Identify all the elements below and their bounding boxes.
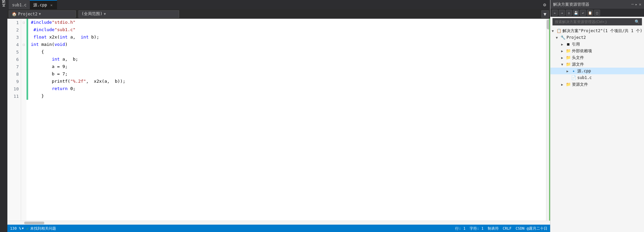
tree-source-cpp[interactable]: ▶ ✦ 源.cpp xyxy=(550,68,644,74)
source-cpp-arrow[interactable]: ▶ xyxy=(567,69,570,73)
code-ab-6: a, b; xyxy=(60,56,78,63)
solution-explorer-header-icons: ─ ▸ ✕ xyxy=(631,2,641,7)
green-column-indicator xyxy=(549,19,550,221)
editor-project-dropdown[interactable]: 🏠 Project2 ▼ xyxy=(9,10,76,18)
external-deps-label: 外部依赖项 xyxy=(572,48,592,54)
solution-explorer-search[interactable]: 🔍 xyxy=(552,18,642,25)
horizontal-scrollbar[interactable] xyxy=(7,221,550,225)
tab-close-button[interactable]: ✕ xyxy=(49,3,54,7)
tree-project[interactable]: ▼ 🔧 Project2 xyxy=(550,34,644,41)
code-int-3b: int xyxy=(81,33,89,41)
sidebar-tools[interactable]: 工具 xyxy=(1,8,7,11)
code-pp-2: #include xyxy=(34,26,55,33)
line-num-7: 7 xyxy=(7,63,21,70)
col-indicator: 字符: 1 xyxy=(470,226,484,231)
code-float-3: float xyxy=(34,33,47,41)
editor-scope-dropdown[interactable]: (全局范围) ▼ xyxy=(78,10,179,18)
auto-hide-icon[interactable]: ▸ xyxy=(635,2,638,7)
toolbar-save-btn[interactable]: 💾 xyxy=(573,10,579,16)
tree-headers[interactable]: ▶ 📁 头文件 xyxy=(550,54,644,61)
code-int-4: int xyxy=(31,41,39,48)
code-line-2[interactable]: #include"sub1.c" xyxy=(30,26,546,33)
row-indicator: 行: 1 xyxy=(455,226,466,231)
code-int-3a: int xyxy=(60,33,67,41)
tree-references[interactable]: ▶ ■ 引用 xyxy=(550,41,644,48)
tab-sub1c[interactable]: sub1.c xyxy=(9,0,30,9)
vertical-scrollbar[interactable] xyxy=(546,19,550,221)
fold-4[interactable]: □ xyxy=(21,41,26,48)
code-line-1[interactable]: #include"stdio.h" xyxy=(30,19,546,26)
code-int-6: int xyxy=(52,56,60,63)
tree-solution[interactable]: ▼ 📋 解决方案"Project2"(1 个项目/共 1 个) xyxy=(550,27,644,34)
line-num-6: 6 xyxy=(7,56,21,63)
toolbar-back-btn[interactable]: ← xyxy=(552,10,558,16)
tab-sub1c-label: sub1.c xyxy=(12,3,26,7)
code-indent-10 xyxy=(31,85,52,92)
references-label: 引用 xyxy=(572,42,580,47)
tab-settings-icon[interactable]: ⚙ xyxy=(541,2,549,7)
pin-icon[interactable]: ─ xyxy=(631,2,634,7)
status-bar: 130 % ▼ ✓ 未找到相关问题 行: 1 字符: 1 制表符 CRLF CS… xyxy=(7,225,550,232)
code-line-4[interactable]: int main(void) xyxy=(30,41,546,48)
solution-arrow[interactable]: ▼ xyxy=(552,29,555,33)
sidebar-resources[interactable]: 资源管理器 xyxy=(1,1,7,4)
status-left: 130 % ▼ xyxy=(10,226,24,231)
external-deps-arrow[interactable]: ▶ xyxy=(561,49,565,53)
editor-nav-right-arrow[interactable]: ▼ xyxy=(541,10,549,18)
code-content[interactable]: #include"stdio.h" #include"sub1.c" float… xyxy=(28,19,546,221)
h-scroll-thumb[interactable] xyxy=(24,222,44,224)
code-line-10[interactable]: return 0; xyxy=(30,85,546,92)
source-files-arrow[interactable]: ▼ xyxy=(561,63,565,66)
external-deps-icon: 📁 xyxy=(566,49,571,53)
status-zoom[interactable]: 130 % ▼ xyxy=(10,226,24,231)
toolbar-copy-btn[interactable]: 📋 xyxy=(587,10,593,16)
code-fn-3: x2x( xyxy=(47,33,60,41)
tab-indicator: 制表符 xyxy=(488,226,499,231)
source-files-label: 源文件 xyxy=(572,62,584,67)
toolbar-expand-btn[interactable]: □ xyxy=(594,10,600,16)
line-num-2: 2 xyxy=(7,26,21,33)
tree-source-files[interactable]: ▼ 📁 源文件 xyxy=(550,61,644,68)
fold-11 xyxy=(21,92,26,100)
project-dropdown-arrow[interactable]: ▼ xyxy=(39,12,41,16)
scope-name: (全局范围) xyxy=(82,11,102,17)
code-line-6[interactable]: int a, b; xyxy=(30,56,546,63)
nav-right-chevron: ▼ xyxy=(544,11,546,17)
zoom-dropdown-arrow[interactable]: ▼ xyxy=(22,227,23,230)
code-line-11[interactable]: } xyxy=(30,92,546,100)
status-right: 行: 1 字符: 1 制表符 CRLF CSDN @露月二十日 xyxy=(455,226,547,231)
tree-external-deps[interactable]: ▶ 📁 外部依赖项 xyxy=(550,48,644,54)
search-input[interactable] xyxy=(555,20,635,24)
toolbar-undo-btn[interactable]: ↩ xyxy=(580,10,586,16)
code-zero-10: 0; xyxy=(68,85,75,92)
toolbar-forward-btn[interactable]: → xyxy=(559,10,565,16)
tree-sub1c[interactable]: 📄 sub1.c xyxy=(550,74,644,81)
fold-1[interactable]: □ xyxy=(21,19,26,26)
solution-explorer-title: 解决方案资源管理器 xyxy=(553,2,589,7)
code-main-4: main( xyxy=(39,41,54,48)
tree-resource-files[interactable]: ▶ 📁 资源文件 xyxy=(550,81,644,88)
resource-files-arrow[interactable]: ▶ xyxy=(561,83,565,86)
code-line-9[interactable]: printf("%.2f", x2x(a, b)); xyxy=(30,78,546,85)
source-files-icon: 📁 xyxy=(566,62,571,67)
tab-source-cpp[interactable]: 源.cpp ✕ xyxy=(30,0,57,9)
scope-dropdown-arrow[interactable]: ▼ xyxy=(104,12,106,16)
code-line-7[interactable]: a = 9; xyxy=(30,63,546,70)
line-num-4: 4 xyxy=(7,41,21,48)
close-panel-button[interactable]: ✕ xyxy=(639,2,641,7)
toolbar-home-btn[interactable]: ⌂ xyxy=(566,10,572,16)
fold-9 xyxy=(21,78,26,85)
source-cpp-icon: ✦ xyxy=(571,69,576,73)
sidebar-debug[interactable]: 调试 xyxy=(1,5,7,7)
code-line-3[interactable]: float x2x(int a, int b); xyxy=(30,33,546,41)
code-line-8[interactable]: b = 7; xyxy=(30,70,546,78)
project-arrow[interactable]: ▼ xyxy=(556,36,559,40)
main-area: sub1.c 源.cpp ✕ ⚙ 🏠 Project2 ▼ (全局范围) ▼ ▼… xyxy=(7,0,550,232)
fold-gutter: □ □ xyxy=(21,19,26,221)
references-arrow[interactable]: ▶ xyxy=(561,43,565,46)
fold-6 xyxy=(21,56,26,63)
code-line-5[interactable]: { xyxy=(30,48,546,56)
headers-arrow[interactable]: ▶ xyxy=(561,56,565,60)
code-indent-2 xyxy=(31,26,34,33)
code-a9-7: a = 9; xyxy=(31,63,68,70)
